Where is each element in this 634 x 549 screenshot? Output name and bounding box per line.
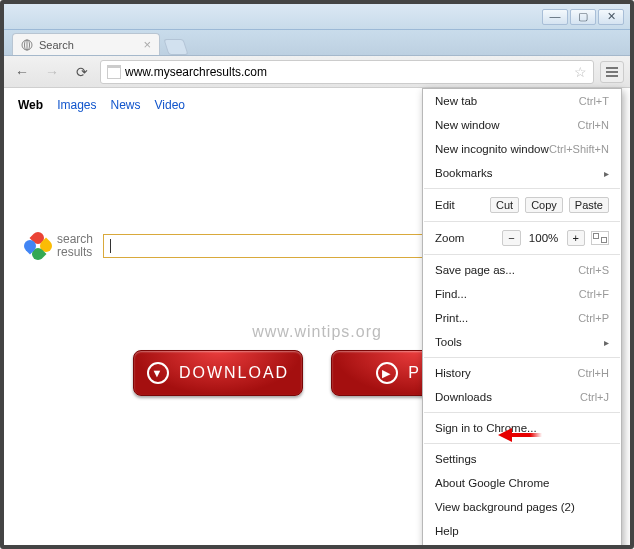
annotation-arrow xyxy=(498,428,542,442)
menu-separator xyxy=(424,254,620,255)
nav-video[interactable]: Video xyxy=(155,98,185,112)
menu-copy[interactable]: Copy xyxy=(525,197,563,213)
window-maximize-button[interactable]: ▢ xyxy=(570,9,596,25)
menu-separator xyxy=(424,357,620,358)
menu-help[interactable]: Help xyxy=(423,519,621,543)
zoom-out-button[interactable]: − xyxy=(502,230,520,246)
browser-tab[interactable]: Search × xyxy=(12,33,160,55)
menu-background-pages[interactable]: View background pages (2) xyxy=(423,495,621,519)
menu-separator xyxy=(424,221,620,222)
menu-zoom-row: Zoom − 100% + xyxy=(423,225,621,251)
menu-find[interactable]: Find...Ctrl+F xyxy=(423,282,621,306)
zoom-in-button[interactable]: + xyxy=(567,230,585,246)
chrome-menu: New tabCtrl+T New windowCtrl+N New incog… xyxy=(422,88,622,549)
menu-tools[interactable]: Tools▸ xyxy=(423,330,621,354)
menu-print[interactable]: Print...Ctrl+P xyxy=(423,306,621,330)
pinwheel-icon xyxy=(24,232,52,260)
tab-strip: Search × xyxy=(4,30,630,56)
forward-button[interactable]: → xyxy=(40,61,64,83)
menu-incognito[interactable]: New incognito windowCtrl+Shift+N xyxy=(423,137,621,161)
download-icon: ▼ xyxy=(147,362,169,384)
chrome-menu-button[interactable] xyxy=(600,61,624,83)
tab-close-icon[interactable]: × xyxy=(143,37,151,52)
menu-save-page[interactable]: Save page as...Ctrl+S xyxy=(423,258,621,282)
search-input[interactable] xyxy=(103,234,433,258)
window-minimize-button[interactable]: — xyxy=(542,9,568,25)
menu-new-tab[interactable]: New tabCtrl+T xyxy=(423,89,621,113)
download-label: DOWNLOAD xyxy=(179,364,289,382)
submenu-arrow-icon: ▸ xyxy=(604,337,609,348)
menu-edit-row: Edit Cut Copy Paste xyxy=(423,192,621,218)
menu-cut[interactable]: Cut xyxy=(490,197,519,213)
address-bar[interactable]: www.mysearchresults.com ☆ xyxy=(100,60,594,84)
reload-button[interactable]: ⟳ xyxy=(70,61,94,83)
menu-settings[interactable]: Settings xyxy=(423,447,621,471)
logo-text: search results xyxy=(57,233,93,258)
nav-web[interactable]: Web xyxy=(18,98,43,112)
tab-title: Search xyxy=(39,39,74,51)
zoom-level: 100% xyxy=(527,232,561,244)
submenu-arrow-icon: ▸ xyxy=(604,168,609,179)
menu-paste[interactable]: Paste xyxy=(569,197,609,213)
site-logo: search results xyxy=(24,232,93,260)
back-button[interactable]: ← xyxy=(10,61,34,83)
bookmark-star-icon[interactable]: ☆ xyxy=(574,64,587,80)
menu-separator xyxy=(424,412,620,413)
play-icon: ▶ xyxy=(376,362,398,384)
tab-favicon xyxy=(21,39,33,51)
url-text: www.mysearchresults.com xyxy=(125,65,267,79)
download-button[interactable]: ▼ DOWNLOAD xyxy=(133,350,303,396)
menu-bookmarks[interactable]: Bookmarks▸ xyxy=(423,161,621,185)
fullscreen-button[interactable] xyxy=(591,231,609,245)
window-controls: — ▢ ✕ xyxy=(542,9,624,25)
nav-images[interactable]: Images xyxy=(57,98,96,112)
window-titlebar: — ▢ ✕ xyxy=(4,4,630,30)
menu-about[interactable]: About Google Chrome xyxy=(423,471,621,495)
menu-edit-label: Edit xyxy=(435,199,455,211)
menu-separator xyxy=(424,443,620,444)
new-tab-button[interactable] xyxy=(163,39,188,55)
menu-separator xyxy=(424,188,620,189)
menu-history[interactable]: HistoryCtrl+H xyxy=(423,361,621,385)
page-icon xyxy=(107,65,121,79)
nav-news[interactable]: News xyxy=(110,98,140,112)
watermark-text: www.wintips.org xyxy=(252,323,382,341)
menu-new-window[interactable]: New windowCtrl+N xyxy=(423,113,621,137)
window-close-button[interactable]: ✕ xyxy=(598,9,624,25)
menu-downloads[interactable]: DownloadsCtrl+J xyxy=(423,385,621,409)
menu-zoom-label: Zoom xyxy=(435,232,464,244)
menu-separator xyxy=(424,546,620,547)
browser-toolbar: ← → ⟳ www.mysearchresults.com ☆ xyxy=(4,56,630,88)
